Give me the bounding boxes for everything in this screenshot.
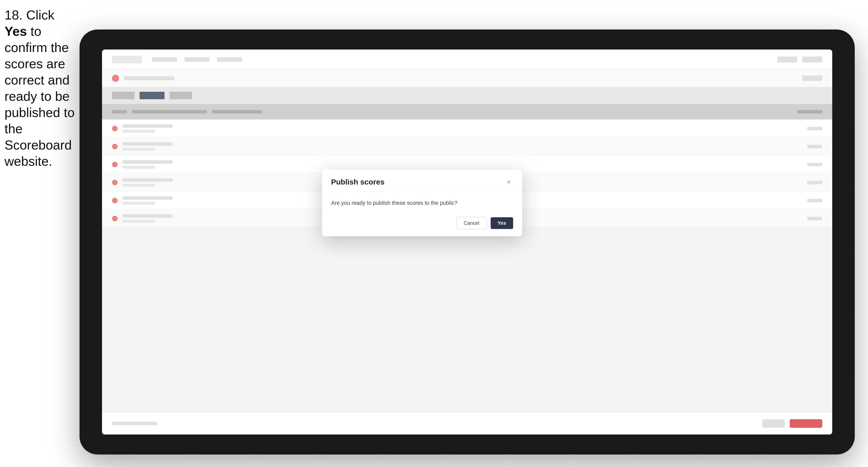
toolbar <box>102 87 832 104</box>
th-name <box>132 110 207 114</box>
nav-item-1 <box>152 57 177 62</box>
modal-header: Publish scores × <box>322 169 522 192</box>
footer-text <box>112 422 157 425</box>
tablet-screen: Publish scores × Are you ready to publis… <box>102 50 832 435</box>
row-score <box>807 181 822 184</box>
row-team <box>123 166 155 169</box>
th-rank <box>112 110 127 114</box>
table-body <box>102 120 832 412</box>
row-score <box>807 163 822 166</box>
instruction-text: 18. Click Yes to confirm the scores are … <box>4 7 78 169</box>
row-score <box>807 145 822 148</box>
row-team <box>123 220 155 223</box>
row-score <box>807 199 822 202</box>
row-name <box>123 142 173 146</box>
sub-header-right <box>802 75 822 81</box>
sub-header-text <box>124 76 174 80</box>
nav-item-3 <box>217 57 242 62</box>
row-icon <box>112 144 118 149</box>
table-row <box>102 120 832 137</box>
modal-message: Are you ready to publish these scores to… <box>331 199 513 207</box>
footer-publish-btn <box>790 419 822 428</box>
toolbar-btn-1 <box>112 92 134 99</box>
row-name <box>123 160 173 164</box>
publish-scores-dialog: Publish scores × Are you ready to publis… <box>322 169 522 236</box>
row-score <box>807 217 822 220</box>
row-name <box>123 124 173 128</box>
modal-body: Are you ready to publish these scores to… <box>322 192 522 213</box>
app-logo <box>112 56 142 63</box>
header-right <box>777 57 822 62</box>
instruction-remainder: to confirm the scores are correct and re… <box>4 24 74 168</box>
row-score <box>807 127 822 130</box>
yes-emphasis: Yes <box>4 24 27 38</box>
modal-title: Publish scores <box>331 178 384 186</box>
toolbar-btn-primary <box>140 92 164 99</box>
row-team <box>123 184 155 187</box>
table-row <box>102 137 832 156</box>
modal-footer: Cancel Yes <box>322 213 522 236</box>
row-team <box>123 130 155 133</box>
toolbar-btn-2 <box>169 92 192 99</box>
header-btn-1 <box>777 57 797 62</box>
row-name <box>123 196 173 200</box>
nav-item-2 <box>185 57 210 62</box>
app-header <box>102 50 832 69</box>
app-footer <box>102 412 832 435</box>
row-icon <box>112 198 118 203</box>
table-header <box>102 104 832 120</box>
header-nav <box>152 57 242 62</box>
modal-close-button[interactable]: × <box>504 178 513 187</box>
row-name <box>123 178 173 182</box>
row-icon <box>112 216 118 221</box>
tablet-device: Publish scores × Are you ready to publis… <box>80 30 855 455</box>
row-team <box>123 148 155 151</box>
yes-button[interactable]: Yes <box>491 217 513 229</box>
header-btn-2 <box>802 57 822 62</box>
cancel-button[interactable]: Cancel <box>456 217 486 229</box>
sub-header-icon <box>112 75 119 82</box>
row-name <box>123 214 173 218</box>
step-number: 18. Click <box>4 8 54 22</box>
row-icon <box>112 180 118 185</box>
sub-header <box>102 69 832 87</box>
th-score <box>797 110 822 114</box>
footer-cancel-btn <box>762 419 785 428</box>
row-icon <box>112 126 118 131</box>
row-team <box>123 202 155 205</box>
row-icon <box>112 162 118 167</box>
th-team <box>212 110 262 114</box>
